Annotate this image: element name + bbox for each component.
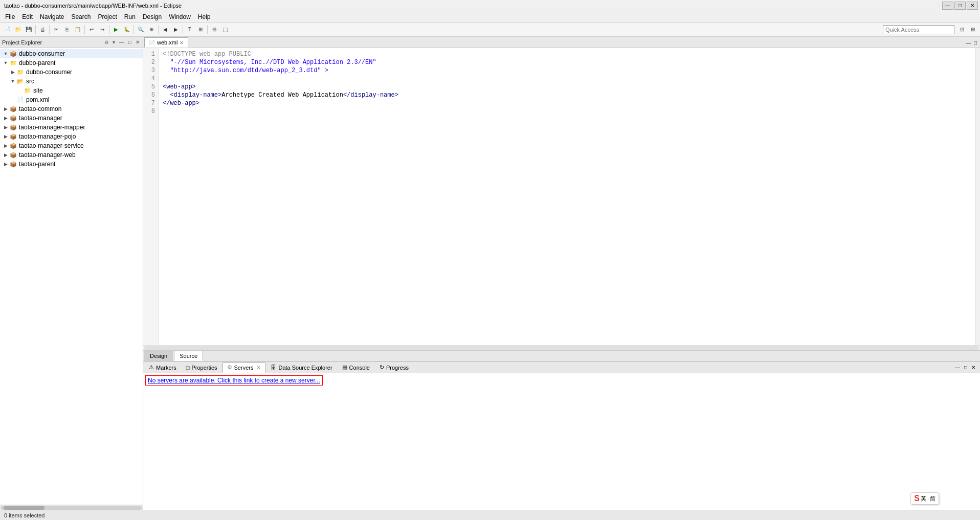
toolbar-new[interactable]: 📄 (2, 25, 12, 35)
menu-file[interactable]: File (2, 12, 18, 21)
left-scrollbar[interactable] (0, 505, 143, 510)
editor-vertical-scrollbar[interactable] (975, 48, 980, 345)
toolbar-reference[interactable]: ⊕ (146, 25, 157, 35)
menu-navigate[interactable]: Navigate (37, 12, 67, 21)
tree-item-site[interactable]: ▶ 📁 site (0, 86, 143, 95)
tree-arrow-dubbo-consumer[interactable]: ▼ (2, 51, 9, 56)
view-tabs: Design Source (143, 350, 980, 361)
maximize-button[interactable]: □ (954, 2, 966, 10)
toolbar-run[interactable]: ▶ (111, 25, 121, 35)
ime-chinese: 简 (930, 495, 936, 503)
tree-item-taotao-manager-web[interactable]: ▶ 📦 taotao-manager-web (0, 150, 143, 160)
tree-item-dubbo-consumer-sub[interactable]: ▶ 📁 dubbo-consumer (0, 67, 143, 77)
toolbar-open-type[interactable]: T (185, 25, 195, 35)
minimize-button[interactable]: — (942, 2, 953, 10)
editor-area[interactable]: 1 2 3 4 5 6 7 8 <!DOCTYPE web-app PUBLIC… (143, 48, 975, 345)
menu-window[interactable]: Window (166, 12, 194, 21)
tree-arrow-pojo[interactable]: ▶ (2, 134, 9, 139)
toolbar-debug[interactable]: 🐛 (122, 25, 132, 35)
tree-arrow-common[interactable]: ▶ (2, 106, 9, 111)
panel-collapse-btn[interactable]: ⊖ (103, 39, 109, 46)
toolbar-open[interactable]: 📁 (13, 25, 23, 35)
menu-design[interactable]: Design (140, 12, 165, 21)
panel-maximize-btn[interactable]: □ (127, 39, 132, 46)
quick-access-input[interactable] (883, 25, 954, 34)
tree-arrow-mapper[interactable]: ▶ (2, 125, 9, 130)
toolbar-open-perspective[interactable]: ⊡ (957, 25, 967, 35)
toolbar-redo[interactable]: ↪ (97, 25, 107, 35)
menu-search[interactable]: Search (68, 12, 94, 21)
bottom-panel-minimize[interactable]: — (953, 364, 962, 371)
tree-item-taotao-manager-pojo[interactable]: ▶ 📦 taotao-manager-pojo (0, 132, 143, 141)
menu-run[interactable]: Run (121, 12, 139, 21)
tree-arrow-web[interactable]: ▶ (2, 152, 9, 157)
tab-datasource[interactable]: 🗄 Data Source Explorer (266, 363, 337, 373)
menu-edit[interactable]: Edit (19, 12, 36, 21)
toolbar-prev[interactable]: ◀ (160, 25, 170, 35)
toolbar-undo[interactable]: ↩ (86, 25, 97, 35)
bottom-panel-maximize[interactable]: □ (963, 364, 969, 371)
tab-close-btn[interactable]: ✕ (180, 40, 184, 46)
code-content[interactable]: <!DOCTYPE web-app PUBLIC "-//Sun Microsy… (159, 48, 975, 345)
toolbar-perspective[interactable]: ⊟ (209, 25, 219, 35)
toolbar-window[interactable]: ⬚ (220, 25, 230, 35)
ime-english: 英 (921, 495, 926, 503)
tab-design[interactable]: Design (144, 351, 173, 361)
toolbar-search[interactable]: 🔍 (136, 25, 146, 35)
tree-item-taotao-parent[interactable]: ▶ 📦 taotao-parent (0, 160, 143, 169)
tree-arrow-service[interactable]: ▶ (2, 143, 9, 148)
close-button[interactable]: ✕ (967, 2, 978, 10)
toolbar-print[interactable]: 🖨 (37, 25, 48, 35)
minimize-editor-btn[interactable]: — (965, 39, 972, 47)
panel-menu-btn[interactable]: ▾ (112, 39, 116, 46)
scroll-track[interactable] (1, 506, 142, 510)
panel-minimize-btn[interactable]: — (118, 39, 125, 46)
tree-arrow-dubbo-parent[interactable]: ▼ (2, 60, 9, 65)
editor-hscrollbar[interactable] (143, 345, 980, 350)
bottom-panel: ⚠ Markers □ Properties ⚙ Servers ✕ 🗄 Dat… (143, 361, 980, 510)
tab-console[interactable]: ▤ Console (338, 363, 374, 373)
editor-tab-controls[interactable]: — □ (965, 39, 979, 48)
project-tree[interactable]: ▼ 📦 dubbo-consumer ▼ 📁 dubbo-parent ▶ 📁 … (0, 48, 143, 505)
tab-progress[interactable]: ↻ Progress (375, 363, 413, 373)
menu-project[interactable]: Project (95, 12, 120, 21)
tree-item-dubbo-consumer[interactable]: ▼ 📦 dubbo-consumer (0, 49, 143, 58)
toolbar-maximize[interactable]: ⊞ (968, 25, 978, 35)
tree-arrow-src[interactable]: ▼ (9, 79, 16, 84)
tree-item-taotao-manager-service[interactable]: ▶ 📦 taotao-manager-service (0, 141, 143, 150)
hscroll-track[interactable] (144, 346, 979, 350)
status-text: 0 items selected (4, 512, 44, 518)
scroll-thumb[interactable] (4, 506, 44, 510)
maximize-editor-btn[interactable]: □ (973, 39, 978, 47)
bottom-panel-close[interactable]: ✕ (970, 364, 977, 371)
status-bar: 0 items selected (0, 510, 980, 520)
tree-item-dubbo-parent[interactable]: ▼ 📁 dubbo-parent (0, 58, 143, 67)
toolbar-next[interactable]: ▶ (171, 25, 181, 35)
toolbar-copy[interactable]: ⎘ (62, 25, 72, 35)
tree-arrow-taotao-parent[interactable]: ▶ (2, 162, 9, 167)
tab-servers[interactable]: ⚙ Servers ✕ (222, 363, 266, 373)
tree-arrow-manager[interactable]: ▶ (2, 116, 9, 121)
toolbar-paste[interactable]: 📋 (73, 25, 83, 35)
tree-label-pojo: taotao-manager-pojo (19, 133, 76, 140)
tree-arrow-sub[interactable]: ▶ (9, 70, 16, 75)
menu-help[interactable]: Help (195, 12, 214, 21)
tab-properties[interactable]: □ Properties (182, 363, 222, 373)
tree-item-taotao-manager-mapper[interactable]: ▶ 📦 taotao-manager-mapper (0, 123, 143, 132)
tab-source[interactable]: Source (174, 351, 203, 361)
tree-item-pom-xml[interactable]: ▶ 📄 pom.xml (0, 95, 143, 104)
no-servers-link[interactable]: No servers are available. Click this lin… (145, 375, 323, 386)
window-controls[interactable]: — □ ✕ (942, 2, 978, 10)
project-explorer-title: Project Explorer (2, 39, 101, 46)
panel-close-btn[interactable]: ✕ (135, 39, 141, 46)
toolbar-cut[interactable]: ✂ (51, 25, 61, 35)
tree-item-taotao-manager[interactable]: ▶ 📦 taotao-manager (0, 114, 143, 123)
servers-close-btn[interactable]: ✕ (257, 365, 261, 370)
editor-tab-web-xml[interactable]: 📄 web.xml ✕ (144, 37, 188, 48)
toolbar-hierarchy[interactable]: ⊞ (195, 25, 206, 35)
toolbar-save[interactable]: 💾 (24, 25, 34, 35)
tab-markers[interactable]: ⚠ Markers (144, 363, 181, 373)
ime-indicator[interactable]: S 英 · 简 (910, 492, 939, 505)
tree-item-src[interactable]: ▼ 📂 src (0, 77, 143, 86)
tree-item-taotao-common[interactable]: ▶ 📦 taotao-common (0, 104, 143, 114)
